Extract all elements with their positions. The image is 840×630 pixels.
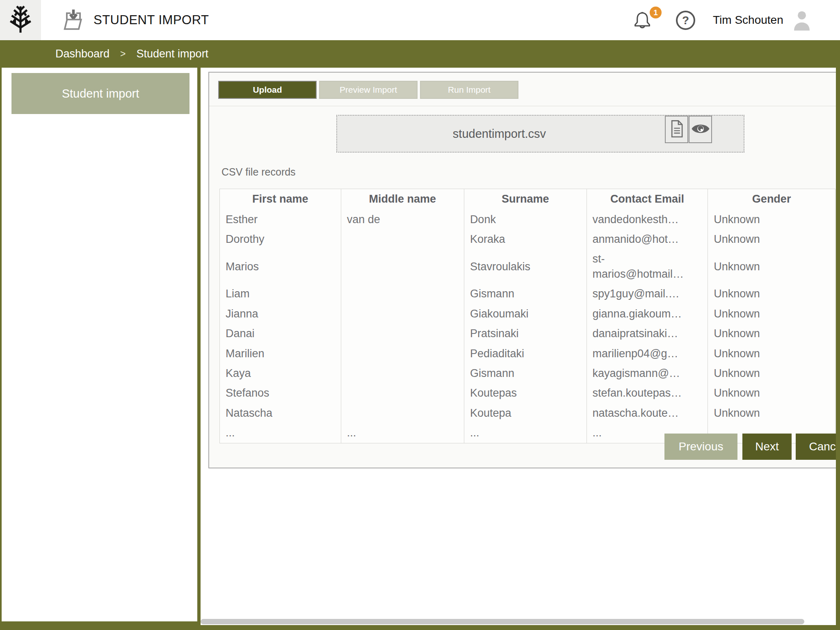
cell: Stavroulakis xyxy=(464,249,587,284)
cell: Pediaditaki xyxy=(464,344,587,363)
cell xyxy=(341,363,464,383)
cell: Marios xyxy=(220,249,341,284)
user-avatar-icon xyxy=(790,27,814,34)
cell xyxy=(341,383,464,403)
notification-badge: 1 xyxy=(650,7,662,18)
cell xyxy=(341,304,464,324)
cell: Unknown xyxy=(708,284,835,304)
cell: Koraka xyxy=(464,229,587,249)
cell: Unknown xyxy=(708,344,835,363)
cell: Liam xyxy=(220,284,341,304)
tab-preview-import[interactable]: Preview Import xyxy=(319,81,418,99)
cell: Koutepa xyxy=(464,403,587,423)
title-group: STUDENT IMPORT xyxy=(62,0,209,40)
logo[interactable] xyxy=(0,0,41,40)
bell-icon xyxy=(631,26,654,33)
table-row: DorothyKorakaanmanido@hot…Unknown xyxy=(220,229,835,249)
page-title: STUDENT IMPORT xyxy=(94,13,209,27)
table-row: KayaGismannkayagismann@…Unknown xyxy=(220,363,835,383)
cell: Donk xyxy=(464,210,587,229)
import-folder-icon xyxy=(62,7,85,33)
cell: Danai xyxy=(220,324,341,343)
uploaded-file-name: studentimport.csv xyxy=(337,116,662,152)
previous-button[interactable]: Previous xyxy=(664,434,737,460)
app-header: STUDENT IMPORT 1 ? Tim Schouten xyxy=(0,0,840,40)
table-row: DanaiPratsinakidanaipratsinaki…Unknown xyxy=(220,324,835,343)
csv-records-table: First nameMiddle nameSurnameContact Emai… xyxy=(219,189,835,443)
cell xyxy=(341,344,464,363)
breadcrumb: Dashboard > Student import xyxy=(0,40,840,68)
page-frame: Student import Upload Preview Import Run… xyxy=(0,68,840,630)
table-row: JiannaGiakoumakigianna.giakoum…Unknown xyxy=(220,304,835,324)
cell: kayagismann@… xyxy=(587,363,708,383)
notifications-button[interactable]: 1 xyxy=(631,8,660,34)
cancel-button[interactable]: Cancel xyxy=(796,434,836,460)
cell: Gismann xyxy=(464,284,587,304)
main-content: Upload Preview Import Run Import student… xyxy=(201,68,836,625)
cell: Gismann xyxy=(464,363,587,383)
column-header: Middle name xyxy=(341,189,464,210)
cell: Natascha xyxy=(220,403,341,423)
csv-records-tbody: Esthervan deDonkvandedonkesth…UnknownDor… xyxy=(220,210,835,443)
table-row: LiamGismannspy1guy@mail.…Unknown xyxy=(220,284,835,304)
cell: stefan.koutepas… xyxy=(587,383,708,403)
horizontal-scrollbar-thumb[interactable] xyxy=(201,619,804,624)
document-icon xyxy=(668,119,685,141)
tree-logo-icon xyxy=(6,5,35,36)
breadcrumb-separator: > xyxy=(120,48,126,59)
next-button[interactable]: Next xyxy=(742,434,792,460)
cell: st- marios@hotmail… xyxy=(587,249,708,284)
cell: Unknown xyxy=(708,403,835,423)
cell xyxy=(341,403,464,423)
cell: ... xyxy=(220,423,341,443)
csv-records-header-row: First nameMiddle nameSurnameContact Emai… xyxy=(220,189,835,210)
cell: Unknown xyxy=(708,210,835,229)
help-button[interactable]: ? xyxy=(676,11,695,30)
cell: Koutepas xyxy=(464,383,587,403)
cell: Unknown xyxy=(708,249,835,284)
table-caption: CSV file records xyxy=(221,166,296,178)
cell: Stefanos xyxy=(220,383,341,403)
cell: Unknown xyxy=(708,363,835,383)
file-details-button[interactable] xyxy=(665,116,688,143)
column-header: Gender xyxy=(708,189,835,210)
cell: van de xyxy=(341,210,464,229)
avatar[interactable] xyxy=(790,9,814,33)
sidebar: Student import xyxy=(2,68,197,621)
uploaded-file-box: studentimport.csv xyxy=(336,115,744,153)
cell: gianna.giakoum… xyxy=(587,304,708,324)
column-header: First name xyxy=(220,189,341,210)
cell: Giakoumaki xyxy=(464,304,587,324)
cell: Dorothy xyxy=(220,229,341,249)
tab-run-import[interactable]: Run Import xyxy=(420,81,518,99)
cell: Marilien xyxy=(220,344,341,363)
cell: Pratsinaki xyxy=(464,324,587,343)
column-header: Surname xyxy=(464,189,587,210)
cell: Esther xyxy=(220,210,341,229)
help-icon: ? xyxy=(682,14,689,27)
cell: danaipratsinaki… xyxy=(587,324,708,343)
cell xyxy=(341,229,464,249)
file-preview-button[interactable] xyxy=(689,116,712,143)
table-row: NataschaKoutepanatascha.koute…Unknown xyxy=(220,403,835,423)
cell: Kaya xyxy=(220,363,341,383)
cell: ... xyxy=(341,423,464,443)
cell: ... xyxy=(464,423,587,443)
breadcrumb-dashboard[interactable]: Dashboard xyxy=(55,48,110,60)
tab-upload[interactable]: Upload xyxy=(218,81,317,99)
column-header: Contact Email xyxy=(587,189,708,210)
cell: Unknown xyxy=(708,229,835,249)
cell: marilienp04@g… xyxy=(587,344,708,363)
user-name[interactable]: Tim Schouten xyxy=(713,0,783,40)
table-row: StefanosKoutepasstefan.koutepas…Unknown xyxy=(220,383,835,403)
table-row: Esthervan deDonkvandedonkesth…Unknown xyxy=(220,210,835,229)
table-row: MarilienPediaditakimarilienp04@g…Unknown xyxy=(220,344,835,363)
cell xyxy=(341,324,464,343)
cell: Jianna xyxy=(220,304,341,324)
cell: Unknown xyxy=(708,324,835,343)
cell xyxy=(341,284,464,304)
cell: vandedonkesth… xyxy=(587,210,708,229)
sidebar-item-student-import[interactable]: Student import xyxy=(11,73,189,114)
cell: Unknown xyxy=(708,383,835,403)
cell: natascha.koute… xyxy=(587,403,708,423)
